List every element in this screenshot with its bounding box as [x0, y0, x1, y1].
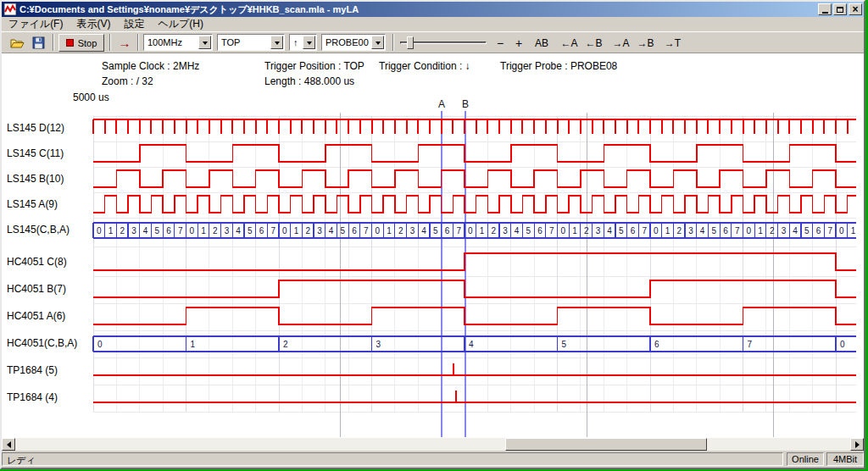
toolbar-separator	[137, 34, 139, 51]
app-icon	[4, 3, 16, 15]
run-arrow-icon: →	[119, 36, 131, 50]
app-window: C:¥Documents and Settings¥noname¥デスクトップ¥…	[0, 0, 865, 469]
title-bar[interactable]: C:¥Documents and Settings¥noname¥デスクトップ¥…	[2, 2, 864, 17]
goto-trigger-button[interactable]: →T	[661, 34, 684, 52]
svg-text:7: 7	[456, 226, 461, 236]
toolbar: Stop → 100MHz TOP ↑ PROBE00 − + AB ←A ←	[2, 31, 864, 53]
clock-select[interactable]: 100MHz	[143, 34, 213, 51]
svg-text:0: 0	[747, 226, 752, 236]
svg-text:5: 5	[562, 340, 567, 349]
left-triangle-icon	[3, 441, 11, 448]
waveform-area[interactable]: AB01234567012345670123456701234567012345…	[2, 53, 864, 438]
svg-text:2: 2	[213, 226, 218, 236]
svg-text:0: 0	[97, 340, 103, 349]
svg-text:3: 3	[376, 340, 381, 349]
svg-text:1: 1	[480, 226, 485, 236]
svg-text:1: 1	[572, 226, 577, 236]
waveform-ls145-d	[93, 119, 856, 134]
waveform-ls145-a	[93, 196, 856, 213]
waveform-tp1684-4	[93, 391, 856, 402]
open-file-button[interactable]	[7, 34, 27, 52]
zoom-out-button[interactable]: −	[492, 34, 509, 52]
prev-b-button[interactable]: ←B	[582, 34, 605, 52]
toolbar-separator	[109, 34, 111, 51]
stop-button[interactable]: Stop	[58, 34, 104, 52]
svg-text:5: 5	[712, 226, 717, 236]
zoom-in-button[interactable]: +	[510, 34, 527, 52]
scroll-left-button[interactable]	[2, 438, 15, 451]
marker-a[interactable]: A	[438, 98, 445, 437]
svg-text:1: 1	[665, 226, 670, 236]
svg-text:2: 2	[676, 226, 682, 236]
toolbar-separator	[392, 34, 394, 51]
menu-view[interactable]: 表示(V)	[70, 16, 117, 32]
svg-text:4: 4	[700, 226, 705, 236]
marker-b[interactable]: B	[462, 98, 469, 437]
chevron-down-icon[interactable]	[270, 36, 283, 49]
stop-icon	[66, 39, 74, 47]
run-button[interactable]: →	[114, 34, 135, 52]
svg-text:6: 6	[723, 226, 728, 236]
scrollbar-thumb[interactable]	[505, 438, 707, 451]
svg-text:2: 2	[398, 226, 403, 236]
waveform-hc4051-c	[93, 253, 856, 270]
svg-text:7: 7	[178, 226, 183, 236]
scroll-right-button[interactable]	[850, 438, 864, 451]
maximize-button[interactable]	[833, 3, 847, 15]
svg-text:5: 5	[341, 226, 346, 236]
svg-text:3: 3	[317, 226, 322, 236]
save-file-button[interactable]	[28, 34, 48, 52]
minimize-button[interactable]	[818, 3, 832, 15]
svg-text:4: 4	[329, 226, 334, 236]
next-b-button[interactable]: →B	[634, 34, 657, 52]
horizontal-scrollbar[interactable]	[2, 438, 864, 451]
close-button[interactable]: ×	[849, 3, 862, 15]
menu-settings[interactable]: 設定	[117, 16, 151, 32]
zoom-slider-thumb[interactable]	[407, 36, 414, 49]
svg-text:4: 4	[793, 226, 798, 236]
prev-a-button[interactable]: ←A	[558, 34, 581, 52]
status-ready-text: レディ	[2, 452, 783, 466]
svg-text:1: 1	[758, 226, 763, 236]
ab-markers-button[interactable]: AB	[531, 34, 553, 52]
svg-text:3: 3	[131, 226, 136, 236]
svg-text:0: 0	[190, 226, 195, 236]
svg-text:1: 1	[108, 226, 114, 236]
menu-file[interactable]: ファイル(F)	[2, 16, 70, 32]
svg-text:6: 6	[537, 226, 542, 236]
svg-text:7: 7	[735, 226, 740, 236]
svg-text:5: 5	[155, 226, 160, 236]
maximize-icon	[837, 7, 843, 13]
svg-text:7: 7	[642, 226, 647, 236]
svg-text:7: 7	[270, 226, 275, 236]
waveform-tp1684-5	[93, 363, 856, 375]
svg-text:A: A	[438, 98, 445, 110]
waveform-hc4051-b	[93, 280, 856, 297]
chevron-down-icon[interactable]	[198, 36, 211, 49]
svg-text:6: 6	[352, 226, 357, 236]
menu-help[interactable]: ヘルプ(H)	[151, 16, 210, 32]
next-a-button[interactable]: →A	[609, 34, 632, 52]
svg-text:1: 1	[191, 340, 196, 349]
svg-text:6: 6	[816, 226, 821, 236]
edge-select[interactable]: ↑	[289, 34, 317, 51]
svg-text:2: 2	[491, 226, 496, 236]
floppy-disk-icon	[32, 36, 45, 49]
svg-text:7: 7	[364, 226, 369, 236]
waveform-hc4051-a	[93, 308, 856, 324]
svg-text:3: 3	[503, 226, 508, 236]
status-online-badge: Online	[787, 452, 824, 466]
svg-text:5: 5	[619, 226, 624, 236]
chevron-down-icon[interactable]	[303, 36, 315, 49]
probe-select[interactable]: PROBE00	[321, 34, 386, 51]
svg-text:2: 2	[770, 226, 775, 236]
svg-text:0: 0	[840, 340, 845, 349]
chevron-down-icon[interactable]	[371, 36, 384, 49]
right-triangle-icon	[855, 441, 863, 448]
menu-bar: ファイル(F) 表示(V) 設定 ヘルプ(H)	[2, 17, 864, 31]
svg-text:B: B	[462, 98, 469, 110]
svg-text:3: 3	[782, 226, 787, 236]
status-memory-badge: 4MBit	[826, 452, 864, 466]
trigger-position-select[interactable]: TOP	[217, 34, 285, 51]
svg-text:0: 0	[376, 226, 381, 236]
